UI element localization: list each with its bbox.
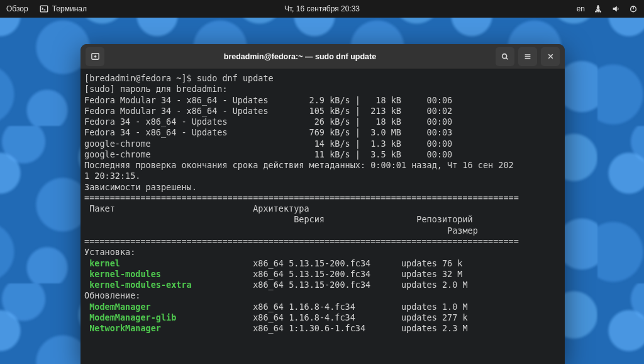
- window-titlebar[interactable]: bredadmin@fedora:~ — sudo dnf update: [80, 44, 565, 69]
- menu-button[interactable]: [518, 47, 537, 66]
- volume-icon[interactable]: [611, 4, 620, 13]
- input-source-indicator[interactable]: en: [577, 4, 585, 13]
- network-icon[interactable]: [594, 4, 602, 13]
- activities-button[interactable]: Обзор: [6, 4, 28, 13]
- terminal-content[interactable]: [bredadmin@fedora ~]$ sudo dnf update [s…: [80, 69, 565, 364]
- new-tab-button[interactable]: [86, 47, 104, 66]
- svg-point-6: [502, 54, 507, 58]
- gnome-topbar: Обзор Терминал Чт, 16 сентября 20:33 en: [0, 0, 644, 18]
- power-icon[interactable]: [629, 4, 638, 13]
- svg-rect-0: [40, 6, 47, 12]
- terminal-icon: [40, 4, 48, 13]
- clock[interactable]: Чт, 16 сентября 20:33: [284, 4, 360, 13]
- active-app-label: Терминал: [52, 4, 87, 13]
- close-button[interactable]: [541, 47, 560, 66]
- active-app-menu[interactable]: Терминал: [40, 4, 87, 13]
- window-title: bredadmin@fedora:~ — sudo dnf update: [108, 52, 492, 61]
- search-button[interactable]: [496, 47, 514, 66]
- terminal-window: bredadmin@fedora:~ — sudo dnf update [br…: [80, 44, 565, 364]
